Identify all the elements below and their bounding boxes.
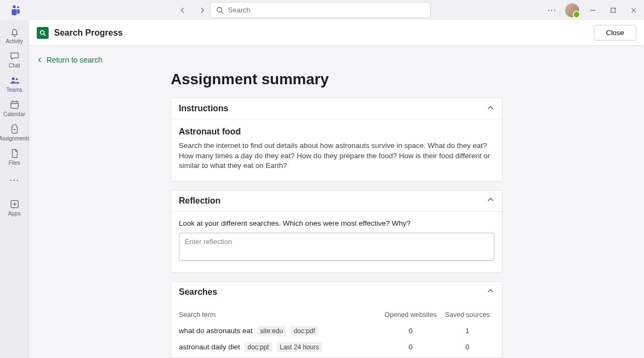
svg-point-5 [16,78,18,80]
rail-label: Activity [6,38,23,44]
search-tag: doc:pdf [291,326,318,336]
rail-label: Teams [6,87,22,93]
rail-label: Assignments [0,136,30,141]
rail-apps[interactable]: Apps [0,192,29,219]
rail-chat[interactable]: Chat [0,48,29,71]
search-term-text: astronaut daily diet [179,343,240,351]
calendar-icon [9,99,21,111]
rail-calendar[interactable]: Calendar [0,96,29,119]
rail-activity[interactable]: Activity [0,23,29,46]
search-term-text: what do astronauts eat [179,327,253,335]
reflection-heading: Reflection [179,196,220,206]
svg-point-4 [12,77,15,80]
chat-icon [9,50,21,62]
file-icon [9,147,21,159]
col-saved-sources: Saved sources [440,311,494,319]
user-avatar[interactable] [565,3,579,17]
chevron-up-icon [487,196,494,205]
reflection-prompt: Look at your different searches. Which o… [179,219,494,227]
search-tag: doc:ppt [244,342,272,352]
searches-header-row: Search term Opened websites Saved source… [179,308,494,323]
svg-rect-6 [11,102,18,109]
col-search-term: Search term [179,311,381,319]
searches-body: Search term Opened websites Saved source… [171,302,502,357]
window-close-button[interactable] [627,3,641,17]
instructions-toggle[interactable]: Instructions [171,98,502,119]
instructions-body: Astronaut food Search the internet to fi… [171,119,502,181]
nav-back-button[interactable] [176,3,190,17]
reflection-body: Look at your different searches. Which o… [171,212,502,272]
instructions-heading: Instructions [179,104,229,113]
search-row: astronaut daily diet doc:ppt Last 24 hou… [179,339,494,355]
app-rail: Activity Chat Teams Calendar Assignments… [0,20,29,358]
rail-label: Apps [8,211,21,217]
reflection-card: Reflection Look at your different search… [171,190,502,273]
content-area: Search Progress Close Return to search A… [29,20,644,358]
assignment-description: Search the internet to find out details … [179,141,494,171]
rail-label: Calendar [3,111,25,117]
rail-label: Files [9,160,20,166]
page-title: Assignment summary [171,71,502,88]
window-maximize-button[interactable] [606,3,620,17]
svg-point-8 [41,30,44,34]
rail-more-button[interactable]: ··· [6,171,22,189]
reflection-toggle[interactable]: Reflection [171,191,502,212]
people-icon [9,75,21,86]
reflection-input[interactable] [179,233,494,261]
close-button[interactable]: Close [594,25,636,40]
col-opened-websites: Opened websites [381,311,440,319]
search-tag: Last 24 hours [277,342,323,352]
search-icon [216,6,224,14]
rail-files[interactable]: Files [0,145,29,168]
rail-label: Chat [9,63,20,69]
app-title: Search Progress [54,28,123,38]
teams-logo-icon [10,4,22,16]
search-row: what do astronauts eat site:edu doc:pdf … [179,323,494,339]
chevron-up-icon [487,287,494,296]
rail-teams[interactable]: Teams [0,72,29,95]
rail-assignments[interactable]: Assignments [0,120,29,144]
window-minimize-button[interactable] [586,3,600,17]
search-tag: site:edu [257,326,286,336]
nav-arrows [176,3,209,17]
searches-heading: Searches [179,287,217,297]
svg-rect-3 [611,8,615,12]
search-input[interactable] [228,6,425,14]
return-link-label: Return to search [46,56,103,64]
svg-point-0 [13,5,16,8]
search-progress-app-icon [37,27,49,39]
opened-count: 0 [381,327,440,335]
app-header: Search Progress Close [29,20,644,46]
assignment-title: Astronaut food [179,127,494,137]
main-scroll[interactable]: Return to search Assignment summary Inst… [29,46,644,358]
chevron-up-icon [487,104,494,113]
searches-toggle[interactable]: Searches [171,282,502,302]
nav-forward-button[interactable] [195,3,209,17]
search-term-cell: what do astronauts eat site:edu doc:pdf [179,326,381,336]
svg-point-2 [217,7,222,12]
titlebar: ··· [0,0,644,20]
backpack-icon [9,123,21,135]
saved-count: 1 [440,327,494,335]
instructions-card: Instructions Astronaut food Search the i… [171,98,502,181]
opened-count: 0 [381,343,440,351]
svg-point-1 [17,6,19,8]
more-menu-button[interactable]: ··· [546,3,559,17]
searches-card: Searches Search term Opened websites Sav… [171,281,502,358]
bell-icon [9,26,21,38]
global-search[interactable] [210,2,431,18]
saved-count: 0 [440,343,494,351]
return-to-search-link[interactable]: Return to search [29,46,644,69]
search-term-cell: astronaut daily diet doc:ppt Last 24 hou… [179,342,381,352]
apps-plus-icon [9,198,21,210]
